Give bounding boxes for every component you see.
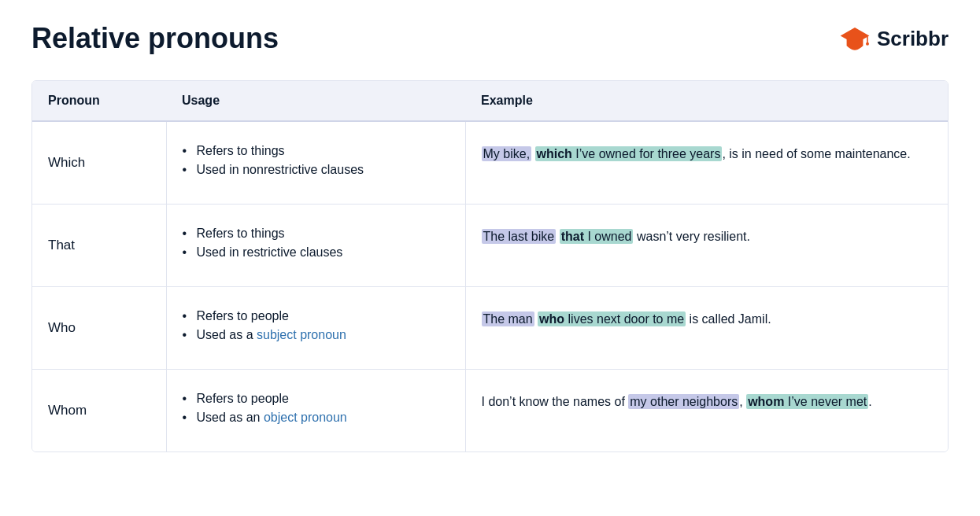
- usage-cell-whom: Refers to peopleUsed as an object pronou…: [166, 370, 465, 452]
- header-example: Example: [465, 81, 948, 121]
- usage-cell-which: Refers to thingsUsed in nonrestrictive c…: [166, 121, 465, 205]
- logo-text: Scribbr: [877, 27, 949, 51]
- logo: Scribbr: [839, 24, 949, 53]
- example-cell-which: My bike, which I’ve owned for three year…: [465, 121, 948, 205]
- table-container: Pronoun Usage Example WhichRefers to thi…: [31, 80, 949, 452]
- pronouns-table: Pronoun Usage Example WhichRefers to thi…: [32, 81, 948, 452]
- table-header-row: Pronoun Usage Example: [32, 81, 948, 121]
- table-row: WhichRefers to thingsUsed in nonrestrict…: [32, 121, 948, 205]
- table-row: ThatRefers to thingsUsed in restrictive …: [32, 205, 948, 287]
- scribbr-logo-icon: [839, 24, 871, 53]
- usage-item: Used as an object pronoun: [183, 411, 449, 425]
- page-title: Relative pronouns: [31, 22, 279, 55]
- pronoun-cell-who: Who: [32, 287, 166, 370]
- usage-item: Refers to people: [183, 392, 449, 406]
- usage-item: Refers to people: [183, 309, 449, 323]
- example-cell-that: The last bike that I owned wasn’t very r…: [465, 205, 948, 287]
- usage-cell-that: Refers to thingsUsed in restrictive clau…: [166, 205, 465, 287]
- usage-item: Used in nonrestrictive clauses: [183, 163, 449, 177]
- table-body: WhichRefers to thingsUsed in nonrestrict…: [32, 121, 948, 452]
- header-usage: Usage: [166, 81, 465, 121]
- table-row: WhoRefers to peopleUsed as a subject pro…: [32, 287, 948, 370]
- usage-item: Refers to things: [183, 144, 449, 158]
- usage-item: Refers to things: [183, 227, 449, 241]
- header-pronoun: Pronoun: [32, 81, 166, 121]
- example-cell-who: The man who lives next door to me is cal…: [465, 287, 948, 370]
- svg-marker-0: [841, 28, 870, 44]
- usage-link[interactable]: subject pronoun: [257, 328, 346, 341]
- usage-cell-who: Refers to peopleUsed as a subject pronou…: [166, 287, 465, 370]
- pronoun-cell-which: Which: [32, 121, 166, 205]
- header: Relative pronouns Scribbr: [31, 22, 949, 55]
- usage-item: Used as a subject pronoun: [183, 328, 449, 342]
- usage-item: Used in restrictive clauses: [183, 245, 449, 260]
- usage-link[interactable]: object pronoun: [264, 411, 347, 424]
- pronoun-cell-whom: Whom: [32, 370, 166, 452]
- page-wrapper: Relative pronouns Scribbr Pronoun Usage …: [0, 0, 980, 484]
- pronoun-cell-that: That: [32, 205, 166, 287]
- example-cell-whom: I don’t know the names of my other neigh…: [465, 370, 948, 452]
- svg-point-1: [866, 42, 869, 46]
- table-row: WhomRefers to peopleUsed as an object pr…: [32, 370, 948, 452]
